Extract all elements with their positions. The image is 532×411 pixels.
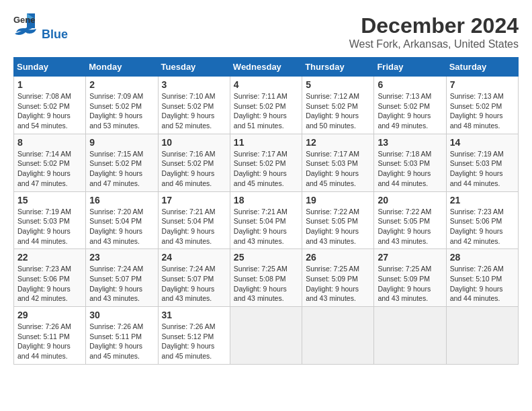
day-info: Sunrise: 7:13 AM Sunset: 5:02 PM Dayligh… xyxy=(450,91,515,131)
sunrise-label: Sunrise: 7:23 AM xyxy=(450,208,504,216)
daylight-label: Daylight: 9 hours and 52 minutes. xyxy=(162,111,215,130)
sunrise-label: Sunrise: 7:20 AM xyxy=(89,208,143,216)
day-number: 9 xyxy=(89,137,154,148)
day-number: 4 xyxy=(234,79,298,90)
daylight-label: Daylight: 9 hours and 44 minutes. xyxy=(450,169,503,187)
sunrise-label: Sunrise: 7:25 AM xyxy=(378,265,431,273)
calendar-header-wednesday: Wednesday xyxy=(230,58,302,77)
calendar-cell-day-24: 24 Sunrise: 7:24 AM Sunset: 5:07 PM Dayl… xyxy=(158,249,230,307)
sunset-label: Sunset: 5:03 PM xyxy=(306,159,358,167)
day-info: Sunrise: 7:24 AM Sunset: 5:07 PM Dayligh… xyxy=(89,264,154,304)
day-info: Sunrise: 7:23 AM Sunset: 5:06 PM Dayligh… xyxy=(17,264,82,304)
sunrise-label: Sunrise: 7:15 AM xyxy=(89,150,143,158)
day-number: 11 xyxy=(234,137,298,148)
calendar-header-saturday: Saturday xyxy=(446,58,518,77)
sunrise-label: Sunrise: 7:22 AM xyxy=(306,208,359,216)
day-info: Sunrise: 7:09 AM Sunset: 5:02 PM Dayligh… xyxy=(89,91,154,131)
calendar-cell-day-10: 10 Sunrise: 7:16 AM Sunset: 5:02 PM Dayl… xyxy=(158,134,230,191)
day-number: 15 xyxy=(17,195,82,205)
day-info: Sunrise: 7:26 AM Sunset: 5:11 PM Dayligh… xyxy=(17,322,82,361)
day-info: Sunrise: 7:15 AM Sunset: 5:02 PM Dayligh… xyxy=(89,149,154,189)
calendar-cell-day-12: 12 Sunrise: 7:17 AM Sunset: 5:03 PM Dayl… xyxy=(302,134,374,191)
day-info: Sunrise: 7:21 AM Sunset: 5:04 PM Dayligh… xyxy=(234,207,298,246)
day-number: 3 xyxy=(162,79,226,90)
day-number: 28 xyxy=(450,252,515,263)
daylight-label: Daylight: 9 hours and 43 minutes. xyxy=(162,227,215,245)
calendar-header-sunday: Sunday xyxy=(14,58,86,77)
sunrise-label: Sunrise: 7:22 AM xyxy=(378,208,431,216)
day-info: Sunrise: 7:08 AM Sunset: 5:02 PM Dayligh… xyxy=(17,91,82,131)
sunrise-label: Sunrise: 7:13 AM xyxy=(450,92,504,100)
day-info: Sunrise: 7:16 AM Sunset: 5:02 PM Dayligh… xyxy=(162,149,226,189)
day-info: Sunrise: 7:25 AM Sunset: 5:09 PM Dayligh… xyxy=(378,264,442,304)
sunset-label: Sunset: 5:03 PM xyxy=(378,159,430,167)
calendar-cell-day-22: 22 Sunrise: 7:23 AM Sunset: 5:06 PM Dayl… xyxy=(14,249,86,307)
day-info: Sunrise: 7:17 AM Sunset: 5:03 PM Dayligh… xyxy=(306,149,370,189)
daylight-label: Daylight: 9 hours and 44 minutes. xyxy=(17,227,71,245)
sunrise-label: Sunrise: 7:21 AM xyxy=(162,208,216,216)
daylight-label: Daylight: 9 hours and 43 minutes. xyxy=(378,285,431,303)
sunset-label: Sunset: 5:11 PM xyxy=(89,332,142,340)
sunset-label: Sunset: 5:07 PM xyxy=(162,275,214,283)
day-info: Sunrise: 7:25 AM Sunset: 5:09 PM Dayligh… xyxy=(306,264,370,304)
daylight-label: Daylight: 9 hours and 48 minutes. xyxy=(450,111,503,130)
day-info: Sunrise: 7:22 AM Sunset: 5:05 PM Dayligh… xyxy=(378,207,442,246)
day-number: 25 xyxy=(234,252,298,263)
day-number: 12 xyxy=(306,137,370,148)
calendar-cell-day-20: 20 Sunrise: 7:22 AM Sunset: 5:05 PM Dayl… xyxy=(374,191,446,249)
calendar-cell-day-14: 14 Sunrise: 7:19 AM Sunset: 5:03 PM Dayl… xyxy=(446,134,518,191)
calendar-table: SundayMondayTuesdayWednesdayThursdayFrid… xyxy=(13,57,519,365)
day-info: Sunrise: 7:23 AM Sunset: 5:06 PM Dayligh… xyxy=(450,207,515,246)
day-info: Sunrise: 7:12 AM Sunset: 5:02 PM Dayligh… xyxy=(306,91,370,131)
daylight-label: Daylight: 9 hours and 47 minutes. xyxy=(17,169,71,187)
calendar-cell-day-4: 4 Sunrise: 7:11 AM Sunset: 5:02 PM Dayli… xyxy=(230,77,302,134)
sunrise-label: Sunrise: 7:26 AM xyxy=(89,322,143,330)
day-number: 23 xyxy=(89,252,154,263)
calendar-cell-day-2: 2 Sunrise: 7:09 AM Sunset: 5:02 PM Dayli… xyxy=(86,77,158,134)
sunset-label: Sunset: 5:02 PM xyxy=(378,102,430,110)
calendar-cell-empty xyxy=(374,307,446,365)
calendar-cell-day-5: 5 Sunrise: 7:12 AM Sunset: 5:02 PM Dayli… xyxy=(302,77,374,134)
calendar-week-4: 22 Sunrise: 7:23 AM Sunset: 5:06 PM Dayl… xyxy=(14,249,519,307)
calendar-header-thursday: Thursday xyxy=(302,58,374,77)
calendar-cell-day-25: 25 Sunrise: 7:25 AM Sunset: 5:08 PM Dayl… xyxy=(230,249,302,307)
sunset-label: Sunset: 5:02 PM xyxy=(17,102,70,110)
sunset-label: Sunset: 5:04 PM xyxy=(162,217,214,225)
sunset-label: Sunset: 5:09 PM xyxy=(378,275,430,283)
day-info: Sunrise: 7:25 AM Sunset: 5:08 PM Dayligh… xyxy=(234,264,298,304)
day-number: 18 xyxy=(234,195,298,205)
calendar-cell-day-21: 21 Sunrise: 7:23 AM Sunset: 5:06 PM Dayl… xyxy=(446,191,518,249)
sunset-label: Sunset: 5:11 PM xyxy=(17,332,70,340)
day-info: Sunrise: 7:24 AM Sunset: 5:07 PM Dayligh… xyxy=(162,264,226,304)
sunset-label: Sunset: 5:10 PM xyxy=(450,275,502,283)
day-number: 6 xyxy=(378,79,442,90)
sunset-label: Sunset: 5:04 PM xyxy=(234,217,286,225)
sunset-label: Sunset: 5:02 PM xyxy=(450,102,502,110)
day-number: 20 xyxy=(378,195,442,205)
day-info: Sunrise: 7:10 AM Sunset: 5:02 PM Dayligh… xyxy=(162,91,226,131)
sunset-label: Sunset: 5:09 PM xyxy=(306,275,358,283)
daylight-label: Daylight: 9 hours and 53 minutes. xyxy=(89,111,142,130)
calendar-cell-day-30: 30 Sunrise: 7:26 AM Sunset: 5:11 PM Dayl… xyxy=(86,307,158,365)
calendar-cell-day-26: 26 Sunrise: 7:25 AM Sunset: 5:09 PM Dayl… xyxy=(302,249,374,307)
day-info: Sunrise: 7:14 AM Sunset: 5:02 PM Dayligh… xyxy=(17,149,82,189)
daylight-label: Daylight: 9 hours and 43 minutes. xyxy=(234,285,287,303)
calendar-cell-day-19: 19 Sunrise: 7:22 AM Sunset: 5:05 PM Dayl… xyxy=(302,191,374,249)
sunset-label: Sunset: 5:06 PM xyxy=(450,217,502,225)
calendar-header-tuesday: Tuesday xyxy=(158,58,230,77)
sunrise-label: Sunrise: 7:11 AM xyxy=(234,92,287,100)
calendar-cell-day-9: 9 Sunrise: 7:15 AM Sunset: 5:02 PM Dayli… xyxy=(86,134,158,191)
sunrise-label: Sunrise: 7:24 AM xyxy=(162,265,216,273)
sunrise-label: Sunrise: 7:16 AM xyxy=(162,150,216,158)
sunrise-label: Sunrise: 7:19 AM xyxy=(17,208,71,216)
sunset-label: Sunset: 5:06 PM xyxy=(17,275,70,283)
calendar-cell-day-7: 7 Sunrise: 7:13 AM Sunset: 5:02 PM Dayli… xyxy=(446,77,518,134)
day-number: 29 xyxy=(17,310,82,320)
calendar-cell-empty xyxy=(302,307,374,365)
sunrise-label: Sunrise: 7:17 AM xyxy=(306,150,359,158)
calendar-header-row: SundayMondayTuesdayWednesdayThursdayFrid… xyxy=(14,58,519,77)
day-info: Sunrise: 7:26 AM Sunset: 5:12 PM Dayligh… xyxy=(162,322,226,361)
sunset-label: Sunset: 5:02 PM xyxy=(89,159,142,167)
day-number: 10 xyxy=(162,137,226,148)
daylight-label: Daylight: 9 hours and 44 minutes. xyxy=(450,285,503,303)
